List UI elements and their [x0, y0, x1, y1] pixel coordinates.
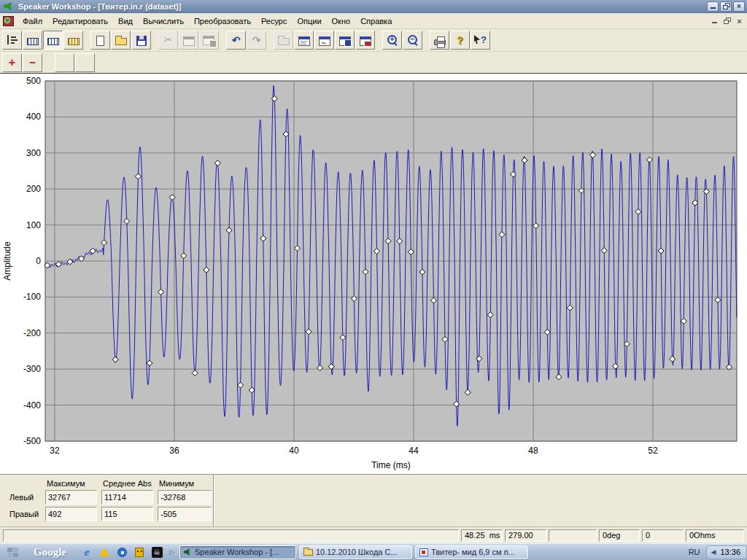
restore-icon: [723, 3, 729, 9]
quicklaunch-robot[interactable]: [132, 545, 147, 559]
import-button: [274, 31, 293, 50]
quicklaunch-delta[interactable]: [97, 545, 112, 559]
waveform-plot[interactable]: 5004003002001000-100-200-300-400-5003236…: [0, 74, 747, 475]
remove-button[interactable]: −: [23, 53, 42, 72]
waveform-chart[interactable]: 5004003002001000-100-200-300-400-5003236…: [0, 73, 747, 474]
menu-calculate[interactable]: Вычислить: [138, 15, 189, 28]
status-phase: 0deg: [599, 529, 640, 542]
export-chart-button[interactable]: [355, 31, 375, 50]
quicklaunch-expand-icon[interactable]: ▷: [167, 548, 177, 556]
status-bar: 48.25 ms 279.00 0deg 0 0Ohms: [0, 526, 747, 543]
restore-icon: [724, 18, 730, 24]
svg-text:0: 0: [36, 256, 41, 266]
ruler-view-3-button[interactable]: [63, 31, 83, 50]
child-close-button[interactable]: ×: [733, 15, 746, 26]
start-button[interactable]: [1, 545, 23, 559]
task-speaker-workshop[interactable]: Speaker Workshop - [...: [179, 545, 296, 559]
dataset-toolbar: + −: [0, 52, 747, 73]
google-deskbar[interactable]: Google: [26, 546, 77, 559]
paste-page-icon: [203, 36, 214, 45]
svg-text:500: 500: [26, 76, 41, 86]
menu-edit[interactable]: Редактировать: [47, 15, 113, 28]
svg-text:44: 44: [409, 446, 419, 456]
tray-collapse-icon[interactable]: ◀: [711, 548, 716, 556]
image-icon: [419, 548, 428, 556]
blank-button-2[interactable]: [75, 53, 95, 72]
messenger-icon: [117, 548, 127, 557]
svg-text:-200: -200: [23, 328, 41, 338]
status-cursor-value: 279.00: [505, 529, 546, 542]
new-button[interactable]: [90, 31, 110, 50]
child-restore-button[interactable]: [721, 15, 733, 26]
stats-header-min: Минимум: [158, 479, 212, 488]
restore-button[interactable]: [720, 1, 732, 12]
status-empty-cell: [549, 529, 597, 542]
title-bar: Speaker Workshop - [Твитер.in.r (dataset…: [0, 0, 747, 13]
ie-icon: e: [85, 546, 90, 559]
left-max-field[interactable]: 32767: [45, 490, 97, 505]
language-indicator[interactable]: RU: [686, 548, 703, 556]
child-minimize-button[interactable]: [708, 15, 721, 26]
menu-help[interactable]: Справка: [355, 15, 397, 28]
ruler-view-2-button[interactable]: [43, 31, 63, 50]
left-avg-field[interactable]: 11714: [101, 490, 153, 505]
menu-file[interactable]: Файл: [18, 15, 47, 28]
outline-view-button[interactable]: [2, 31, 22, 50]
help-button[interactable]: ?: [450, 31, 470, 50]
window-title: Speaker Workshop - [Твитер.in.r (dataset…: [18, 2, 707, 11]
ruler-blue-icon: [27, 38, 39, 45]
svg-text:-400: -400: [23, 400, 41, 411]
svg-text:-300: -300: [23, 364, 41, 374]
add-button[interactable]: +: [2, 53, 22, 72]
menu-window[interactable]: Окно: [327, 15, 356, 28]
right-avg-field[interactable]: 115: [101, 507, 153, 521]
minus-icon: −: [29, 57, 36, 69]
zoom-out-icon: −: [406, 34, 419, 46]
svg-text:32: 32: [50, 446, 60, 456]
outline-view-icon: [6, 34, 18, 46]
menu-view[interactable]: Вид: [113, 15, 138, 28]
close-button[interactable]: ×: [733, 1, 745, 12]
menu-options[interactable]: Опции: [292, 15, 326, 28]
redo-icon: ↷: [250, 35, 263, 46]
zoom-out-button[interactable]: −: [403, 31, 422, 50]
menu-resource[interactable]: Ресурс: [256, 15, 292, 28]
context-help-button[interactable]: [471, 31, 490, 50]
undo-button[interactable]: ↶: [226, 31, 246, 50]
svg-text:Time (ms): Time (ms): [371, 460, 411, 470]
save-chart-button[interactable]: [335, 31, 355, 50]
save-icon: [136, 36, 147, 46]
svg-text:200: 200: [26, 184, 41, 194]
print-button[interactable]: [430, 31, 449, 50]
zoom-in-icon: +: [386, 34, 398, 46]
chart-window-button[interactable]: [314, 31, 334, 50]
zoom-in-button[interactable]: +: [382, 31, 402, 50]
minimize-button[interactable]: [707, 1, 719, 12]
right-min-field[interactable]: -505: [158, 507, 212, 521]
stats-panel: Максимум Среднее Abs Минимум Левый 32767…: [0, 474, 747, 526]
ruler-view-1-button[interactable]: [23, 31, 42, 50]
speaker-workshop-window: Speaker Workshop - [Твитер.in.r (dataset…: [0, 0, 747, 560]
save-button[interactable]: [131, 31, 151, 50]
right-max-field[interactable]: 492: [45, 507, 97, 521]
menu-transform[interactable]: Преобразовать: [189, 15, 256, 28]
blank-button-1[interactable]: [55, 53, 74, 72]
open-button[interactable]: [111, 31, 131, 50]
dataset-document-icon[interactable]: [3, 16, 14, 26]
task-folder-shkoda[interactable]: 10.12.2010 Шкода С...: [299, 545, 412, 559]
left-min-field[interactable]: -32768: [158, 490, 212, 505]
cut-icon: ✂: [162, 34, 174, 46]
svg-text:400: 400: [26, 112, 41, 122]
quicklaunch-ie[interactable]: e: [80, 545, 94, 559]
redo-button: ↷: [247, 31, 266, 50]
svg-text:100: 100: [26, 220, 41, 230]
status-message: [3, 529, 459, 542]
quicklaunch-messenger[interactable]: [115, 545, 129, 559]
speaker-icon: [184, 548, 192, 556]
clock[interactable]: 13:36: [720, 548, 740, 556]
properties-window-button[interactable]: [294, 31, 314, 50]
quicklaunch-skull[interactable]: ☠: [150, 545, 164, 559]
task-tweeter-mid[interactable]: Твитер- мид 6,9 см п...: [415, 545, 528, 559]
status-cursor-time: 48.25 ms: [461, 529, 503, 542]
stats-row-left-label: Левый: [9, 493, 41, 502]
